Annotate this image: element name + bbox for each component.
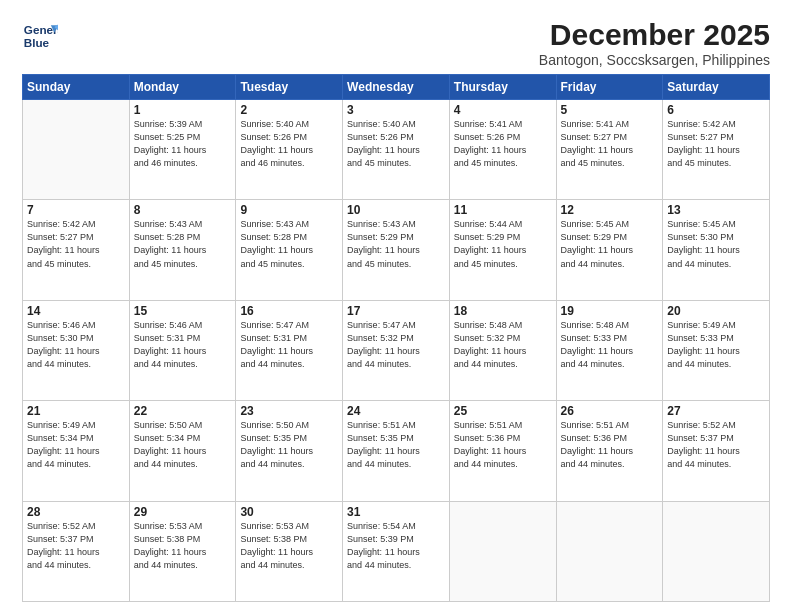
- table-row: 7Sunrise: 5:42 AMSunset: 5:27 PMDaylight…: [23, 200, 130, 300]
- day-info: Sunrise: 5:47 AMSunset: 5:32 PMDaylight:…: [347, 319, 445, 371]
- day-info: Sunrise: 5:44 AMSunset: 5:29 PMDaylight:…: [454, 218, 552, 270]
- svg-text:Blue: Blue: [24, 36, 50, 49]
- table-row: 5Sunrise: 5:41 AMSunset: 5:27 PMDaylight…: [556, 100, 663, 200]
- day-number: 17: [347, 304, 445, 318]
- table-row: [449, 501, 556, 601]
- day-number: 8: [134, 203, 232, 217]
- day-number: 18: [454, 304, 552, 318]
- day-info: Sunrise: 5:52 AMSunset: 5:37 PMDaylight:…: [667, 419, 765, 471]
- location-title: Bantogon, Soccsksargen, Philippines: [539, 52, 770, 68]
- title-section: December 2025 Bantogon, Soccsksargen, Ph…: [539, 18, 770, 68]
- day-number: 6: [667, 103, 765, 117]
- calendar-week-row: 28Sunrise: 5:52 AMSunset: 5:37 PMDayligh…: [23, 501, 770, 601]
- table-row: [23, 100, 130, 200]
- day-info: Sunrise: 5:41 AMSunset: 5:27 PMDaylight:…: [561, 118, 659, 170]
- day-info: Sunrise: 5:45 AMSunset: 5:29 PMDaylight:…: [561, 218, 659, 270]
- table-row: 6Sunrise: 5:42 AMSunset: 5:27 PMDaylight…: [663, 100, 770, 200]
- table-row: 21Sunrise: 5:49 AMSunset: 5:34 PMDayligh…: [23, 401, 130, 501]
- col-saturday: Saturday: [663, 75, 770, 100]
- day-number: 26: [561, 404, 659, 418]
- day-info: Sunrise: 5:46 AMSunset: 5:31 PMDaylight:…: [134, 319, 232, 371]
- day-info: Sunrise: 5:51 AMSunset: 5:35 PMDaylight:…: [347, 419, 445, 471]
- day-number: 11: [454, 203, 552, 217]
- calendar-week-row: 1Sunrise: 5:39 AMSunset: 5:25 PMDaylight…: [23, 100, 770, 200]
- table-row: 29Sunrise: 5:53 AMSunset: 5:38 PMDayligh…: [129, 501, 236, 601]
- table-row: 8Sunrise: 5:43 AMSunset: 5:28 PMDaylight…: [129, 200, 236, 300]
- month-title: December 2025: [539, 18, 770, 52]
- day-number: 5: [561, 103, 659, 117]
- col-monday: Monday: [129, 75, 236, 100]
- day-number: 30: [240, 505, 338, 519]
- col-sunday: Sunday: [23, 75, 130, 100]
- svg-text:General: General: [24, 23, 58, 36]
- day-number: 21: [27, 404, 125, 418]
- table-row: 13Sunrise: 5:45 AMSunset: 5:30 PMDayligh…: [663, 200, 770, 300]
- logo: General Blue: [22, 18, 58, 54]
- table-row: 11Sunrise: 5:44 AMSunset: 5:29 PMDayligh…: [449, 200, 556, 300]
- table-row: 1Sunrise: 5:39 AMSunset: 5:25 PMDaylight…: [129, 100, 236, 200]
- day-info: Sunrise: 5:49 AMSunset: 5:34 PMDaylight:…: [27, 419, 125, 471]
- day-number: 13: [667, 203, 765, 217]
- day-info: Sunrise: 5:40 AMSunset: 5:26 PMDaylight:…: [347, 118, 445, 170]
- day-info: Sunrise: 5:42 AMSunset: 5:27 PMDaylight:…: [27, 218, 125, 270]
- table-row: 17Sunrise: 5:47 AMSunset: 5:32 PMDayligh…: [343, 300, 450, 400]
- day-info: Sunrise: 5:51 AMSunset: 5:36 PMDaylight:…: [454, 419, 552, 471]
- day-number: 7: [27, 203, 125, 217]
- logo-icon: General Blue: [22, 18, 58, 54]
- col-friday: Friday: [556, 75, 663, 100]
- day-number: 2: [240, 103, 338, 117]
- day-number: 19: [561, 304, 659, 318]
- day-info: Sunrise: 5:41 AMSunset: 5:26 PMDaylight:…: [454, 118, 552, 170]
- day-info: Sunrise: 5:48 AMSunset: 5:32 PMDaylight:…: [454, 319, 552, 371]
- day-number: 28: [27, 505, 125, 519]
- day-number: 27: [667, 404, 765, 418]
- table-row: 18Sunrise: 5:48 AMSunset: 5:32 PMDayligh…: [449, 300, 556, 400]
- day-info: Sunrise: 5:52 AMSunset: 5:37 PMDaylight:…: [27, 520, 125, 572]
- table-row: 15Sunrise: 5:46 AMSunset: 5:31 PMDayligh…: [129, 300, 236, 400]
- table-row: 24Sunrise: 5:51 AMSunset: 5:35 PMDayligh…: [343, 401, 450, 501]
- table-row: [556, 501, 663, 601]
- calendar-week-row: 21Sunrise: 5:49 AMSunset: 5:34 PMDayligh…: [23, 401, 770, 501]
- calendar-week-row: 7Sunrise: 5:42 AMSunset: 5:27 PMDaylight…: [23, 200, 770, 300]
- day-info: Sunrise: 5:50 AMSunset: 5:35 PMDaylight:…: [240, 419, 338, 471]
- table-row: 30Sunrise: 5:53 AMSunset: 5:38 PMDayligh…: [236, 501, 343, 601]
- day-info: Sunrise: 5:54 AMSunset: 5:39 PMDaylight:…: [347, 520, 445, 572]
- day-number: 15: [134, 304, 232, 318]
- day-number: 25: [454, 404, 552, 418]
- day-info: Sunrise: 5:43 AMSunset: 5:28 PMDaylight:…: [134, 218, 232, 270]
- col-tuesday: Tuesday: [236, 75, 343, 100]
- day-number: 31: [347, 505, 445, 519]
- table-row: 12Sunrise: 5:45 AMSunset: 5:29 PMDayligh…: [556, 200, 663, 300]
- table-row: 26Sunrise: 5:51 AMSunset: 5:36 PMDayligh…: [556, 401, 663, 501]
- calendar-table: Sunday Monday Tuesday Wednesday Thursday…: [22, 74, 770, 602]
- header: General Blue December 2025 Bantogon, Soc…: [22, 18, 770, 68]
- table-row: 28Sunrise: 5:52 AMSunset: 5:37 PMDayligh…: [23, 501, 130, 601]
- day-number: 16: [240, 304, 338, 318]
- day-info: Sunrise: 5:50 AMSunset: 5:34 PMDaylight:…: [134, 419, 232, 471]
- calendar-week-row: 14Sunrise: 5:46 AMSunset: 5:30 PMDayligh…: [23, 300, 770, 400]
- day-info: Sunrise: 5:48 AMSunset: 5:33 PMDaylight:…: [561, 319, 659, 371]
- day-info: Sunrise: 5:51 AMSunset: 5:36 PMDaylight:…: [561, 419, 659, 471]
- day-number: 23: [240, 404, 338, 418]
- day-number: 3: [347, 103, 445, 117]
- table-row: 10Sunrise: 5:43 AMSunset: 5:29 PMDayligh…: [343, 200, 450, 300]
- table-row: 16Sunrise: 5:47 AMSunset: 5:31 PMDayligh…: [236, 300, 343, 400]
- table-row: 31Sunrise: 5:54 AMSunset: 5:39 PMDayligh…: [343, 501, 450, 601]
- day-number: 14: [27, 304, 125, 318]
- table-row: 2Sunrise: 5:40 AMSunset: 5:26 PMDaylight…: [236, 100, 343, 200]
- table-row: 25Sunrise: 5:51 AMSunset: 5:36 PMDayligh…: [449, 401, 556, 501]
- page: General Blue December 2025 Bantogon, Soc…: [0, 0, 792, 612]
- table-row: [663, 501, 770, 601]
- col-wednesday: Wednesday: [343, 75, 450, 100]
- calendar-header-row: Sunday Monday Tuesday Wednesday Thursday…: [23, 75, 770, 100]
- day-number: 24: [347, 404, 445, 418]
- day-info: Sunrise: 5:49 AMSunset: 5:33 PMDaylight:…: [667, 319, 765, 371]
- day-number: 29: [134, 505, 232, 519]
- table-row: 9Sunrise: 5:43 AMSunset: 5:28 PMDaylight…: [236, 200, 343, 300]
- day-number: 1: [134, 103, 232, 117]
- day-info: Sunrise: 5:53 AMSunset: 5:38 PMDaylight:…: [240, 520, 338, 572]
- day-info: Sunrise: 5:47 AMSunset: 5:31 PMDaylight:…: [240, 319, 338, 371]
- day-number: 4: [454, 103, 552, 117]
- day-number: 9: [240, 203, 338, 217]
- table-row: 19Sunrise: 5:48 AMSunset: 5:33 PMDayligh…: [556, 300, 663, 400]
